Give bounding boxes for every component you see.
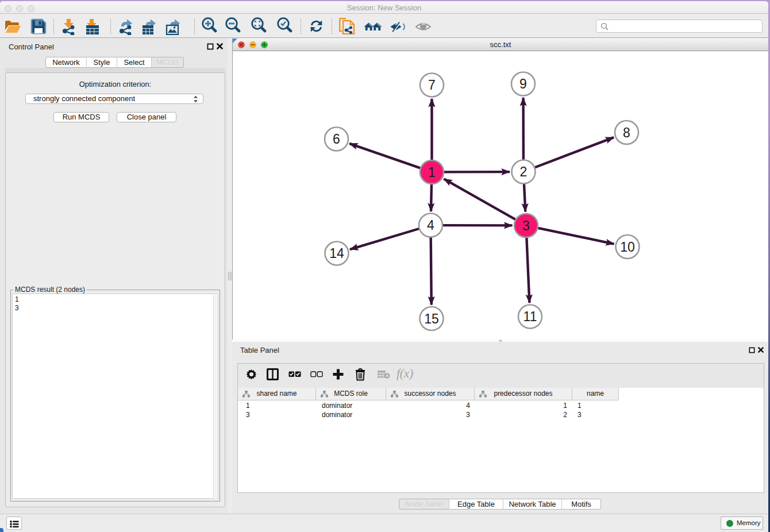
svg-text:1: 1 bbox=[428, 165, 436, 180]
svg-text:9: 9 bbox=[519, 76, 527, 91]
svg-text:3: 3 bbox=[522, 218, 530, 233]
svg-text:11: 11 bbox=[523, 309, 537, 324]
svg-text:14: 14 bbox=[329, 246, 344, 261]
svg-text:10: 10 bbox=[620, 240, 635, 255]
svg-text:4: 4 bbox=[427, 218, 434, 233]
svg-text:15: 15 bbox=[424, 311, 439, 326]
svg-text:2: 2 bbox=[520, 164, 528, 179]
svg-text:6: 6 bbox=[333, 132, 340, 147]
svg-text:7: 7 bbox=[428, 78, 436, 92]
svg-text:8: 8 bbox=[623, 125, 630, 140]
